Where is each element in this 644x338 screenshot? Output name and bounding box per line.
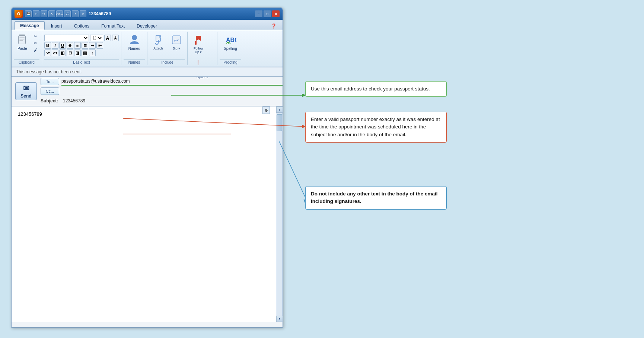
svg-rect-9: [172, 36, 181, 44]
cut-button[interactable]: ✂: [32, 33, 39, 39]
outlook-window: O 💾 ↩ ↪ ✕ ABC 🖨 ▪ » 123456789 − □: [11, 7, 283, 328]
attach-file-icon: [152, 34, 164, 46]
to-input[interactable]: [61, 77, 283, 85]
minimize-button[interactable]: −: [255, 10, 262, 17]
font-selector[interactable]: [44, 35, 89, 41]
to-button[interactable]: To...: [41, 78, 59, 85]
ribbon: Paste ✂ ⧉ 🖌: [12, 30, 283, 67]
header-fields: To... Cc... Subject:: [41, 77, 283, 106]
bullet-list-button[interactable]: ≡: [74, 42, 81, 49]
clipboard-label: Clipboard: [14, 59, 39, 64]
subject-input[interactable]: [63, 97, 283, 105]
tab-format-text[interactable]: Format Text: [96, 22, 130, 30]
tab-message[interactable]: Message: [15, 21, 45, 30]
copy-icon: ⧉: [34, 41, 36, 45]
spelling-label: Spelling: [224, 47, 237, 51]
subject-row: Subject:: [41, 96, 283, 106]
include-group-label: Include: [150, 59, 185, 64]
annotation-passport-email: Use this email address to check your pas…: [305, 81, 447, 97]
names-button[interactable]: Names: [126, 32, 143, 52]
font-grow-button[interactable]: A: [104, 35, 111, 41]
basic-text-label: Basic Text: [44, 59, 119, 64]
text-color-btn[interactable]: A▾: [44, 50, 51, 56]
quick-redo-icon[interactable]: ↪: [41, 10, 47, 17]
paste-button[interactable]: Paste: [14, 32, 31, 52]
svg-rect-3: [19, 36, 26, 44]
italic-button[interactable]: I: [52, 42, 58, 49]
to-row: To...: [41, 77, 283, 86]
underline-button[interactable]: U: [59, 42, 66, 49]
title-bar: O 💾 ↩ ↪ ✕ ABC 🖨 ▪ » 123456789 − □: [12, 8, 283, 20]
scroll-down-button[interactable]: ▼: [276, 316, 283, 322]
justify-btn[interactable]: ▤: [82, 50, 88, 56]
strikethrough-button[interactable]: S: [67, 42, 73, 49]
paste-icon: [16, 34, 28, 46]
numbered-list-button[interactable]: ≣: [82, 42, 88, 49]
cut-icon: ✂: [34, 34, 37, 38]
annotation-blue-text: Do not include any other text in the bod…: [311, 191, 438, 204]
signature-icon: [170, 34, 182, 46]
help-icon[interactable]: ❓: [268, 22, 280, 30]
align-left-btn[interactable]: ◧: [59, 50, 66, 56]
svg-rect-4: [19, 37, 24, 38]
svg-line-17: [279, 141, 305, 197]
tab-insert[interactable]: Insert: [45, 22, 68, 30]
format-painter-icon: 🖌: [34, 48, 38, 52]
send-button[interactable]: ✉ Send: [15, 82, 37, 100]
followup-button[interactable]: FollowUp ▾: [190, 32, 207, 55]
quick-close-icon[interactable]: ✕: [48, 10, 55, 17]
annotation-passport-number: Enter a valid passport number exactly as…: [305, 112, 447, 143]
body-text: 123456789: [18, 111, 42, 117]
email-body[interactable]: ⚙ 123456789: [12, 106, 276, 322]
annotation-green-text: Use this email address to check your pas…: [311, 86, 430, 92]
align-center-btn[interactable]: ⊟: [67, 50, 73, 56]
cc-row: Cc...: [41, 86, 283, 96]
quick-more-icon[interactable]: »: [80, 10, 86, 17]
attach-file-button[interactable]: Attach: [150, 32, 167, 52]
svg-text:O: O: [17, 12, 20, 16]
ribbon-group-include: Attach Sig ▾ Include: [147, 32, 188, 65]
cc-button[interactable]: Cc...: [41, 87, 59, 95]
close-button[interactable]: ✕: [272, 10, 280, 17]
font-shrink-button[interactable]: A: [112, 35, 119, 41]
scrollbar[interactable]: ▲ ▼: [276, 106, 283, 322]
cc-input[interactable]: [61, 87, 283, 95]
copy-button[interactable]: ⧉: [32, 40, 39, 47]
spelling-icon: ABC: [224, 34, 236, 46]
font-size-selector[interactable]: 11: [90, 35, 103, 41]
quick-extra-icon[interactable]: ▪: [72, 10, 79, 17]
line-spacing-btn[interactable]: ↕: [89, 50, 96, 56]
paste-label: Paste: [17, 47, 27, 51]
scrollbar-thumb[interactable]: [277, 114, 282, 131]
quick-undo-icon[interactable]: ↩: [33, 10, 39, 17]
not-sent-text: This message has not been sent.: [16, 69, 82, 74]
proofing-group-label: Proofing: [220, 59, 241, 64]
svg-rect-6: [19, 40, 23, 41]
tab-developer[interactable]: Developer: [131, 22, 163, 30]
quick-save-icon[interactable]: 💾: [25, 10, 32, 17]
quick-print-icon[interactable]: 🖨: [64, 10, 71, 17]
tab-options[interactable]: Options: [68, 22, 95, 30]
align-right-btn[interactable]: ◨: [74, 50, 81, 56]
window-title: 123456789: [89, 11, 111, 16]
followup-label: FollowUp ▾: [194, 47, 203, 54]
maximize-button[interactable]: □: [264, 10, 271, 17]
send-label: Send: [20, 93, 31, 99]
highlight-btn[interactable]: A▾: [52, 50, 58, 56]
signature-button[interactable]: Sig ▾: [168, 32, 185, 52]
send-envelope-icon: ✉: [23, 84, 29, 93]
quick-spell-icon[interactable]: ABC: [56, 10, 63, 17]
indent-button[interactable]: ⇥: [89, 42, 96, 49]
spelling-button[interactable]: ABC Spelling: [221, 32, 240, 52]
format-painter-button[interactable]: 🖌: [32, 47, 39, 53]
body-content: 123456789: [16, 109, 271, 119]
followup-icon: [192, 34, 204, 46]
annotation-no-other-text: Do not include any other text in the bod…: [305, 186, 447, 210]
names-group-label: Names: [124, 59, 145, 64]
bold-button[interactable]: B: [44, 42, 51, 49]
ribbon-group-clipboard: Paste ✂ ⧉ 🖌: [12, 32, 42, 65]
outdent-button[interactable]: ⇤: [96, 42, 103, 49]
body-format-icon[interactable]: ⚙: [262, 106, 270, 114]
scroll-up-button[interactable]: ▲: [276, 106, 283, 113]
send-button-container: ✉ Send: [12, 77, 41, 106]
